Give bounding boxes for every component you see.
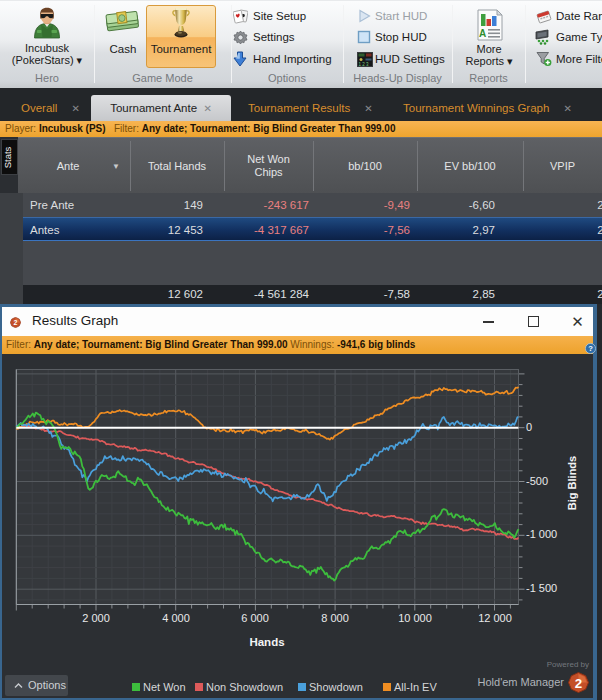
svg-text:2: 2	[575, 676, 582, 691]
svg-text:?: ?	[588, 344, 593, 353]
svg-text:1 2 3: 1 2 3	[359, 62, 370, 67]
svg-text:2: 2	[14, 319, 18, 326]
svg-text:A: A	[479, 28, 486, 39]
